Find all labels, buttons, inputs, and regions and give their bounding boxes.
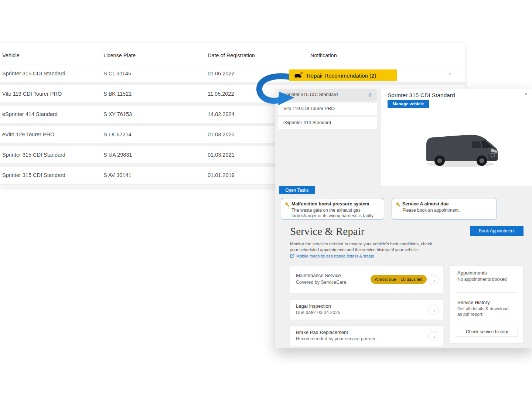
cell-date: 01.03.2025 — [208, 126, 235, 143]
cell-vehicle: Sprinter 315 CDI Standard — [2, 167, 65, 184]
task-card[interactable]: Malfunction boost pressure system The wa… — [281, 198, 384, 220]
task-body: Please book an appointment. — [402, 208, 491, 213]
notification-count-badge: 2 — [368, 89, 371, 101]
vehicle-list-label: eSprinter 414 Standard — [283, 120, 331, 125]
wrench-icon — [285, 202, 290, 207]
open-tasks-tab[interactable]: Open Tasks — [279, 186, 315, 194]
service-history-title: Service History — [457, 300, 490, 305]
service-repair-heading: Service & Repair — [290, 225, 364, 238]
table-header: Vehicle License Plate Date of Registrati… — [0, 43, 465, 65]
cell-vehicle: Sprinter 315 CDI Standard — [2, 146, 65, 163]
vehicle-list-label: Sprinter 315 CDI Standard — [283, 92, 338, 97]
cell-date: 14.02.2024 — [208, 106, 235, 123]
cell-license-plate: S AV 30141 — [103, 167, 132, 184]
cell-license-plate: S BK 11521 — [103, 85, 132, 102]
col-header-notification: Notification — [310, 52, 337, 58]
task-card[interactable]: Service A almost due Please book an appo… — [392, 198, 497, 220]
service-item-title: Legal Inspection — [296, 303, 331, 309]
vehicle-list-item[interactable]: Vito 119 CDI Tourer PRO — [278, 103, 377, 115]
mobilo-assistance-link[interactable]: Mobilo roadside assistance details & sta… — [290, 254, 374, 258]
service-van-icon — [294, 72, 303, 79]
arrow-right-button[interactable]: → — [428, 331, 439, 341]
cell-date: 01.01.2019 — [208, 167, 235, 184]
due-status-badge: Almost due – 18 days left — [371, 275, 427, 284]
repair-recommendation-button[interactable]: Repair Recommendation (2) — [289, 69, 397, 81]
appointments-history-card: Appointments No appointments booked Serv… — [450, 265, 524, 344]
service-item-subtitle: Covered by ServiceCare. — [296, 280, 348, 285]
vehicle-image — [416, 125, 505, 170]
divider — [457, 292, 516, 293]
cell-license-plate: S UA 29831 — [103, 146, 132, 163]
vehicle-detail-card: Sprinter 315 CDI Standard × Manage vehic… — [381, 89, 532, 186]
col-header-vehicle: Vehicle — [2, 52, 20, 58]
cell-date: 11.05.2022 — [208, 85, 234, 102]
service-item-brake-pad[interactable]: Brake Pad Replacement Recommended by you… — [290, 325, 443, 346]
vehicle-detail-title: Sprinter 315 CDI Standard — [388, 92, 455, 99]
cell-license-plate: S XY 76153 — [103, 106, 132, 123]
chevron-right-icon[interactable]: › — [446, 65, 454, 82]
task-body: The waste gate on the exhaust gas turboc… — [291, 208, 380, 219]
cell-license-plate: S CL 31145 — [103, 65, 131, 82]
service-item-legal-inspection[interactable]: Legal Inspection Due date: 03.04.2025 → — [290, 299, 443, 320]
cell-vehicle: Vito 119 CDI Tourer PRO — [2, 85, 62, 102]
cell-date: 01.06.2022 — [208, 65, 235, 82]
appointments-text: No appointments booked — [457, 277, 507, 282]
cell-vehicle: eSprinter 414 Standard — [2, 106, 58, 123]
repair-recommendation-label: Repair Recommendation (2) — [307, 72, 376, 79]
col-header-date-of-registration: Date of Registration — [208, 52, 255, 58]
external-link-icon — [290, 254, 294, 258]
cell-vehicle: Sprinter 315 CDI Standard — [2, 65, 65, 82]
appointments-title: Appointments — [457, 270, 487, 276]
mobilo-assistance-link-label: Mobilo roadside assistance details & sta… — [296, 254, 374, 258]
service-history-text: Get all details & download as pdf report… — [457, 306, 509, 317]
col-header-license-plate: License Plate — [103, 52, 136, 58]
close-icon[interactable]: × — [525, 91, 528, 97]
task-title: Malfunction boost pressure system — [291, 201, 369, 207]
arrow-right-button[interactable]: → — [428, 305, 439, 315]
service-item-title: Brake Pad Replacement — [296, 330, 348, 335]
service-item-maintenance[interactable]: Maintenance Service Covered by ServiceCa… — [290, 266, 443, 293]
vehicle-list-label: Vito 119 CDI Tourer PRO — [283, 106, 335, 111]
arrow-right-button[interactable]: → — [428, 275, 439, 285]
wrench-icon — [396, 202, 400, 207]
service-item-title: Maintenance Service — [296, 273, 341, 278]
service-item-subtitle: Due date: 03.04.2025 — [296, 310, 340, 315]
row-separator — [0, 82, 465, 85]
vehicle-list-item[interactable]: Sprinter 315 CDI Standard 2 — [278, 89, 377, 101]
book-appointment-button[interactable]: Book Appointment — [470, 226, 524, 236]
task-title: Service A almost due — [402, 201, 449, 207]
cell-license-plate: S LK 67214 — [103, 126, 132, 143]
cell-date: 01.03.2021 — [208, 146, 235, 163]
cell-vehicle: eVito 129 Tourer PRO — [2, 126, 54, 143]
manage-vehicle-button[interactable]: Manage vehicle — [388, 100, 429, 108]
service-repair-description: Monitor the services needed to ensure yo… — [290, 241, 438, 253]
check-service-history-button[interactable]: Check service history — [456, 327, 518, 337]
vehicle-overlay-panel: Sprinter 315 CDI Standard 2 Vito 119 CDI… — [275, 89, 532, 348]
service-item-subtitle: Recommended by your service partner — [296, 336, 375, 341]
vehicle-list-item[interactable]: eSprinter 414 Standard — [278, 117, 377, 129]
